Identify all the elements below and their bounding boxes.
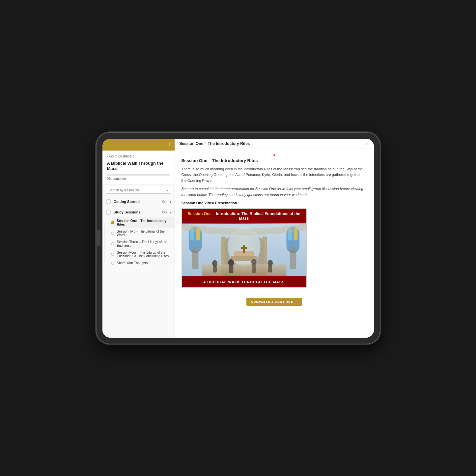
main-header: Session One – The Introductory Rites ⤢ — [175, 139, 374, 149]
main-body: Session One – The Introductory Rites The… — [175, 149, 374, 338]
lesson-label-session-one: Session One – The Introductory Rites — [117, 219, 171, 226]
sidebar-header: ⤴ — [102, 139, 175, 151]
section-study-sessions[interactable]: Study Sessions 0/5 ▴ — [102, 207, 175, 217]
sidebar-sections: Getting Started 0/1 ▾ Study Sessions 0/5… — [102, 196, 175, 337]
video-image-area — [182, 223, 306, 276]
notification-dot — [273, 154, 275, 156]
lesson-description: There is so much meaning even in the Int… — [182, 166, 367, 184]
lesson-label-session-three: Session Three – The Liturgy of the Eucha… — [117, 240, 171, 247]
section-title-study-sessions: Study Sessions — [114, 210, 160, 214]
home-button[interactable] — [96, 230, 100, 246]
svg-rect-20 — [252, 265, 256, 273]
connector-line — [104, 222, 104, 262]
lesson-label-session-four: Session Four – The Liturgy of the Euchar… — [117, 251, 171, 258]
svg-rect-16 — [213, 266, 217, 273]
svg-point-24 — [192, 246, 198, 252]
video-footer: A Biblical Walk Through the Mass — [182, 276, 306, 287]
search-input[interactable] — [109, 188, 167, 192]
section-circle-study-sessions — [106, 210, 111, 215]
complete-continue-button[interactable]: COMPLETE & CONTINUE → — [246, 298, 302, 306]
progress-bar-container — [107, 174, 170, 176]
svg-rect-25 — [290, 250, 296, 269]
app-content: ⤴ Go to Dashboard A Biblical Walk Throug… — [102, 139, 374, 338]
svg-point-15 — [212, 260, 217, 267]
lesson-item-share-thoughts[interactable]: Share Your Thoughts — [111, 260, 175, 266]
svg-rect-10 — [243, 245, 245, 253]
video-footer-text: A Biblical Walk Through the Mass — [203, 280, 285, 284]
video-banner: Session One – Introduction: The Biblical… — [182, 209, 306, 223]
video-banner-text: Session One – Introduction: The Biblical… — [186, 211, 302, 221]
lesson-heading: Session One – The Introductory Rites — [182, 158, 367, 163]
back-to-dashboard-link[interactable]: Go to Dashboard — [107, 154, 170, 159]
section-chevron-study-sessions: ▴ — [170, 210, 171, 214]
section-circle-getting-started — [106, 199, 111, 204]
lesson-dot-share-thoughts — [111, 262, 114, 265]
main-header-title: Session One – The Introductory Rites — [180, 141, 366, 146]
lesson-dot-session-two — [111, 232, 114, 235]
section-count-study-sessions: 0/5 — [162, 210, 167, 214]
screen: ⤴ Go to Dashboard A Biblical Walk Throug… — [102, 139, 374, 338]
share-icon[interactable]: ⤴ — [168, 142, 171, 147]
lesson-dot-session-four — [111, 253, 114, 256]
course-info: Go to Dashboard A Biblical Walk Through … — [102, 151, 175, 185]
lesson-label-session-two: Session Two – The Liturgy of the Word — [117, 230, 171, 237]
svg-point-21 — [267, 260, 273, 266]
svg-rect-22 — [268, 266, 272, 273]
section-getting-started[interactable]: Getting Started 0/1 ▾ — [102, 196, 175, 207]
lesson-item-session-three[interactable]: Session Three – The Liturgy of the Eucha… — [111, 238, 175, 249]
lesson-dot-session-one — [111, 221, 114, 224]
expand-icon[interactable]: ⤢ — [366, 141, 369, 146]
section-title-getting-started: Getting Started — [114, 200, 160, 204]
svg-rect-18 — [229, 266, 233, 273]
study-sessions-items: Session One – The Introductory Rites Ses… — [102, 217, 175, 266]
lesson-dot-session-three — [111, 242, 114, 245]
lesson-label-share-thoughts: Share Your Thoughts — [117, 261, 171, 265]
lesson-italic-note: Be sure to complete the home preparation… — [182, 186, 367, 198]
svg-point-26 — [290, 246, 295, 252]
lesson-item-session-one[interactable]: Session One – The Introductory Rites — [111, 217, 175, 228]
section-count-getting-started: 0/1 — [162, 200, 167, 204]
main-content: Session One – The Introductory Rites ⤢ S… — [175, 139, 374, 338]
svg-point-17 — [228, 259, 234, 266]
section-chevron-getting-started: ▾ — [170, 200, 171, 204]
video-section-title: Session One Video Presentation — [182, 201, 367, 205]
svg-rect-11 — [241, 247, 247, 249]
course-title: A Biblical Walk Through the Mass — [107, 161, 170, 172]
tablet-frame: ⤴ Go to Dashboard A Biblical Walk Throug… — [97, 133, 380, 344]
church-interior-svg — [182, 223, 306, 276]
video-thumbnail[interactable]: Session One – Introduction: The Biblical… — [182, 208, 307, 288]
search-box[interactable]: ▾ — [106, 187, 171, 194]
complete-btn-wrapper: COMPLETE & CONTINUE → — [182, 294, 367, 309]
lesson-item-session-two[interactable]: Session Two – The Liturgy of the Word — [111, 228, 175, 238]
lesson-item-session-four[interactable]: Session Four – The Liturgy of the Euchar… — [111, 249, 175, 260]
progress-text: 0% complete — [107, 177, 170, 181]
sidebar: ⤴ Go to Dashboard A Biblical Walk Throug… — [102, 139, 175, 338]
svg-point-19 — [251, 259, 256, 266]
svg-rect-23 — [192, 250, 198, 269]
search-chevron-icon: ▾ — [167, 188, 168, 192]
